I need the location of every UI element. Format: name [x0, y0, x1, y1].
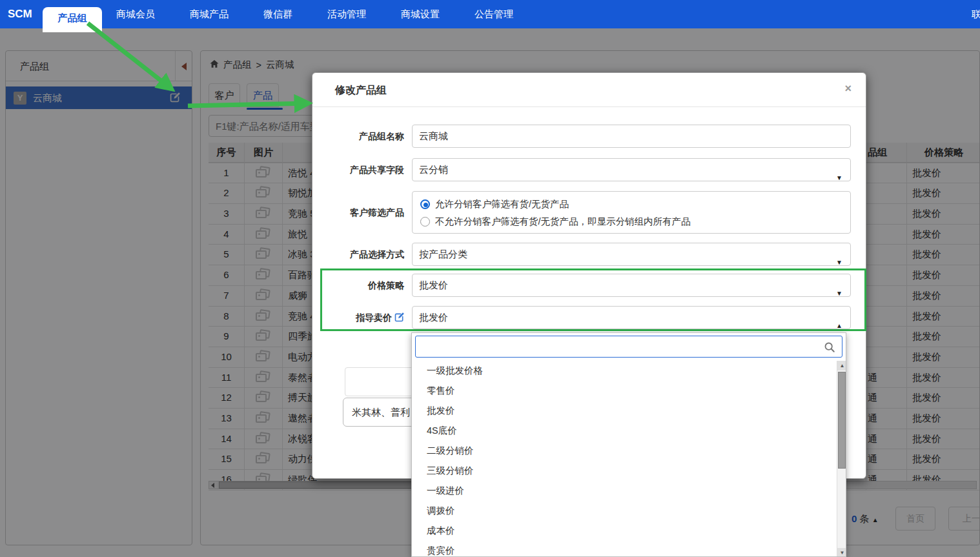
scroll-up-icon[interactable]: ▲ [837, 361, 846, 370]
guide-price-select[interactable]: 批发价▲ [412, 306, 851, 329]
close-icon[interactable]: × [844, 82, 852, 96]
nav-item-1[interactable]: 商城产品 [190, 0, 229, 28]
scroll-down-icon[interactable]: ▼ [837, 548, 846, 557]
dropdown-option[interactable]: 一级批发价格 [412, 361, 835, 381]
customer-filter-option-0[interactable]: 允许分销客户筛选有货/无货产品 [420, 196, 842, 213]
dropdown-option-list: 一级批发价格零售价批发价4S底价二级分销价三级分销价一级进价调拨价成本价贵宾价 [412, 361, 835, 557]
dropdown-option[interactable]: 二级分销价 [412, 441, 835, 461]
label-guide-price: 指导卖价 [312, 306, 404, 330]
modal-title: 修改产品组 [335, 73, 387, 107]
nav-item-4[interactable]: 商城设置 [401, 0, 440, 28]
label-share-field: 产品共享字段 [312, 158, 404, 181]
price-strategy-select[interactable]: 批发价▼ [412, 274, 851, 297]
dropdown-option[interactable]: 贵宾价 [412, 541, 835, 557]
radio-selected-icon[interactable] [420, 199, 430, 209]
customer-filter-radio-group: 允许分销客户筛选有货/无货产品不允许分销客户筛选有货/无货产品，即显示分销组内所… [412, 191, 851, 234]
dropdown-search-input[interactable] [415, 336, 842, 358]
dropdown-scroll-thumb[interactable] [838, 372, 846, 469]
app-root: SCM 商城会员商城产品微信群活动管理商城设置公告管理 联 产品组 产品组 Y … [0, 0, 980, 557]
dropdown-option[interactable]: 成本价 [412, 521, 835, 541]
chevron-down-icon: ▼ [836, 252, 842, 274]
nav-tab-product-group-active[interactable]: 产品组 [43, 7, 102, 32]
share-field-select[interactable]: 云分销▼ [412, 158, 851, 181]
guide-price-dropdown-panel: 一级批发价格零售价批发价4S底价二级分销价三级分销价一级进价调拨价成本价贵宾价 … [411, 332, 846, 557]
nav-item-0[interactable]: 商城会员 [116, 0, 155, 28]
nav-items: 商城会员商城产品微信群活动管理商城设置公告管理 [116, 0, 513, 28]
dropdown-scrollbar[interactable]: ▲ ▼ [837, 361, 846, 557]
dropdown-option[interactable]: 批发价 [412, 401, 835, 421]
dropdown-option[interactable]: 三级分销价 [412, 461, 835, 481]
modal-header: 修改产品组 × [312, 73, 866, 107]
radio-option-label: 允许分销客户筛选有货/无货产品 [435, 198, 569, 210]
chevron-down-icon: ▼ [836, 283, 842, 305]
nav-item-5[interactable]: 公告管理 [475, 0, 513, 28]
nav-right-partial[interactable]: 联 [972, 0, 980, 28]
nav-item-3[interactable]: 活动管理 [327, 0, 366, 28]
group-name-input[interactable]: 云商城 [412, 125, 851, 148]
radio-unselected-icon[interactable] [420, 217, 430, 227]
customer-filter-option-1[interactable]: 不允许分销客户筛选有货/无货产品，即显示分销组内所有产品 [420, 213, 842, 230]
dropdown-option[interactable]: 调拨价 [412, 501, 835, 521]
radio-option-label: 不允许分销客户筛选有货/无货产品，即显示分销组内所有产品 [435, 216, 691, 228]
dropdown-option[interactable]: 一级进价 [412, 481, 835, 501]
dropdown-option[interactable]: 4S底价 [412, 421, 835, 441]
label-price-strategy: 价格策略 [312, 274, 404, 297]
select-mode-select[interactable]: 按产品分类▼ [412, 243, 851, 266]
label-group-name: 产品组名称 [312, 125, 404, 148]
search-icon [824, 341, 835, 356]
nav-item-2[interactable]: 微信群 [263, 0, 292, 28]
label-customer-filter: 客户筛选产品 [312, 191, 404, 234]
top-nav: SCM 商城会员商城产品微信群活动管理商城设置公告管理 联 [0, 0, 980, 28]
dropdown-option[interactable]: 零售价 [412, 381, 835, 401]
edit-guide-price-icon[interactable] [394, 307, 404, 330]
brand-logo: SCM [8, 0, 32, 28]
label-select-mode: 产品选择方式 [312, 243, 404, 266]
chevron-down-icon: ▼ [836, 167, 842, 189]
